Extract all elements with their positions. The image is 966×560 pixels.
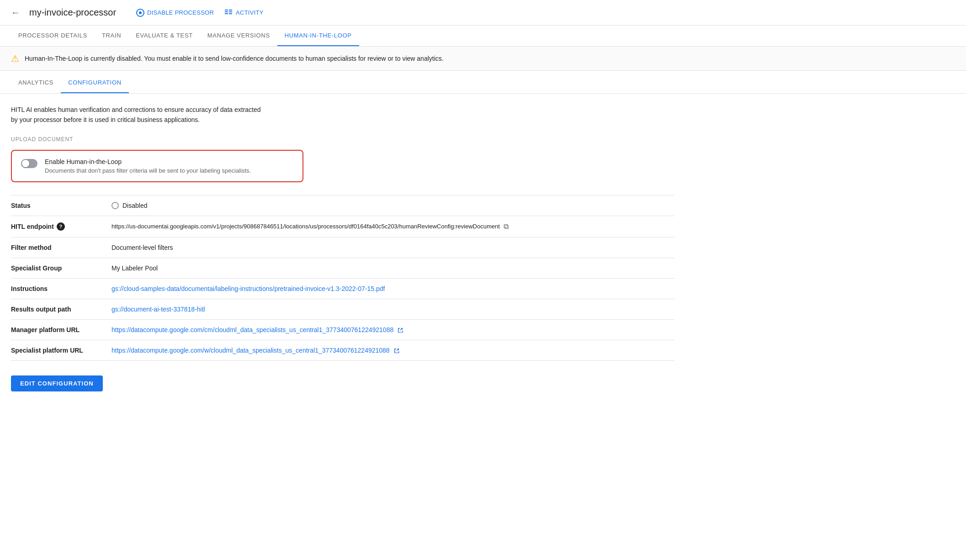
config-key-filter: Filter method xyxy=(11,237,111,258)
toggle-track xyxy=(21,159,37,168)
config-key-instructions: Instructions xyxy=(11,278,111,299)
table-row: Status Disabled xyxy=(11,195,674,216)
tab-manage-versions[interactable]: MANAGE VERSIONS xyxy=(200,26,277,46)
svg-rect-4 xyxy=(229,10,232,11)
toggle-label: Enable Human-in-the-Loop xyxy=(45,158,251,165)
table-row: Manager platform URL https://datacompute… xyxy=(11,319,674,340)
config-value-endpoint: https://us-documentai.googleapis.com/v1/… xyxy=(111,216,674,237)
svg-point-0 xyxy=(139,11,142,14)
toggle-sublabel: Documents that don't pass filter criteri… xyxy=(45,167,251,174)
config-key-manager-url: Manager platform URL xyxy=(11,319,111,340)
config-key-specialist-url: Specialist platform URL xyxy=(11,340,111,361)
toggle-thumb xyxy=(22,160,29,167)
header-actions: DISABLE PROCESSOR ACTIVITY xyxy=(136,9,264,17)
activity-icon xyxy=(225,10,233,16)
config-value-specialist-group: My Labeler Pool xyxy=(111,258,674,278)
nav-tabs: PROCESSOR DETAILS TRAIN EVALUATE & TEST … xyxy=(0,26,966,47)
help-icon[interactable]: ? xyxy=(57,222,65,231)
activity-button[interactable]: ACTIVITY xyxy=(225,9,264,16)
specialist-url-link[interactable]: https://datacompute.google.com/w/cloudml… xyxy=(111,347,400,354)
config-value-instructions: gs://cloud-samples-data/documentai/label… xyxy=(111,278,674,299)
svg-rect-2 xyxy=(225,11,228,12)
tab-evaluate-test[interactable]: EVALUATE & TEST xyxy=(128,26,200,46)
svg-rect-3 xyxy=(225,13,228,14)
sub-tab-analytics[interactable]: ANALYTICS xyxy=(11,73,61,93)
sub-tabs: ANALYTICS CONFIGURATION xyxy=(0,73,966,94)
config-key-status: Status xyxy=(11,195,111,216)
toggle-box: Enable Human-in-the-Loop Documents that … xyxy=(11,150,303,182)
hitl-description: HITL AI enables human verification and c… xyxy=(11,105,674,125)
status-circle xyxy=(111,202,119,209)
table-row: Filter method Document-level filters xyxy=(11,237,674,258)
instructions-link[interactable]: gs://cloud-samples-data/documentai/label… xyxy=(111,285,385,292)
table-row: HITL endpoint ? https://us-documentai.go… xyxy=(11,216,674,237)
config-value-results-output: gs://document-ai-test-337818-hitl xyxy=(111,299,674,319)
sub-tab-configuration[interactable]: CONFIGURATION xyxy=(61,73,129,93)
config-key-results-output: Results output path xyxy=(11,299,111,319)
copy-icon[interactable]: ⧉ xyxy=(504,222,509,231)
svg-rect-6 xyxy=(229,13,232,14)
disable-icon xyxy=(136,9,144,17)
config-value-filter: Document-level filters xyxy=(111,237,674,258)
svg-rect-1 xyxy=(225,10,228,11)
disable-processor-button[interactable]: DISABLE PROCESSOR xyxy=(136,9,214,17)
manager-url-link[interactable]: https://datacompute.google.com/cm/cloudm… xyxy=(111,326,403,333)
processor-title: my-invoice-processor xyxy=(29,7,116,18)
warning-banner: ⚠ Human-In-The-Loop is currently disable… xyxy=(0,47,966,71)
table-row: Specialist Group My Labeler Pool xyxy=(11,258,674,278)
config-value-manager-url: https://datacompute.google.com/cm/cloudm… xyxy=(111,319,674,340)
tab-train[interactable]: TRAIN xyxy=(95,26,128,46)
top-header: ← my-invoice-processor DISABLE PROCESSOR… xyxy=(0,0,966,26)
results-output-link[interactable]: gs://document-ai-test-337818-hitl xyxy=(111,306,205,313)
config-key-endpoint: HITL endpoint ? xyxy=(11,216,111,237)
toggle-label-group: Enable Human-in-the-Loop Documents that … xyxy=(45,158,251,174)
external-link-icon-2 xyxy=(393,348,400,354)
config-table: Status Disabled HITL endpoint ? xyxy=(11,195,674,361)
table-row: Instructions gs://cloud-samples-data/doc… xyxy=(11,278,674,299)
external-link-icon xyxy=(397,327,403,333)
warning-text: Human-In-The-Loop is currently disabled.… xyxy=(25,55,444,62)
table-row: Results output path gs://document-ai-tes… xyxy=(11,299,674,319)
endpoint-url: https://us-documentai.googleapis.com/v1/… xyxy=(111,223,500,230)
edit-configuration-button[interactable]: EDIT CONFIGURATION xyxy=(11,375,103,391)
upload-doc-label: UPLOAD DOCUMENT xyxy=(11,136,674,143)
config-value-specialist-url: https://datacompute.google.com/w/cloudml… xyxy=(111,340,674,361)
config-value-status: Disabled xyxy=(111,195,674,216)
tab-processor-details[interactable]: PROCESSOR DETAILS xyxy=(11,26,95,46)
svg-rect-5 xyxy=(229,11,232,12)
warning-icon: ⚠ xyxy=(11,53,19,64)
back-button[interactable]: ← xyxy=(11,7,20,18)
tab-human-in-the-loop[interactable]: HUMAN-IN-THE-LOOP xyxy=(277,26,359,46)
config-key-specialist-group: Specialist Group xyxy=(11,258,111,278)
main-content: HITL AI enables human verification and c… xyxy=(0,94,685,402)
table-row: Specialist platform URL https://datacomp… xyxy=(11,340,674,361)
hitl-toggle[interactable] xyxy=(21,159,37,168)
